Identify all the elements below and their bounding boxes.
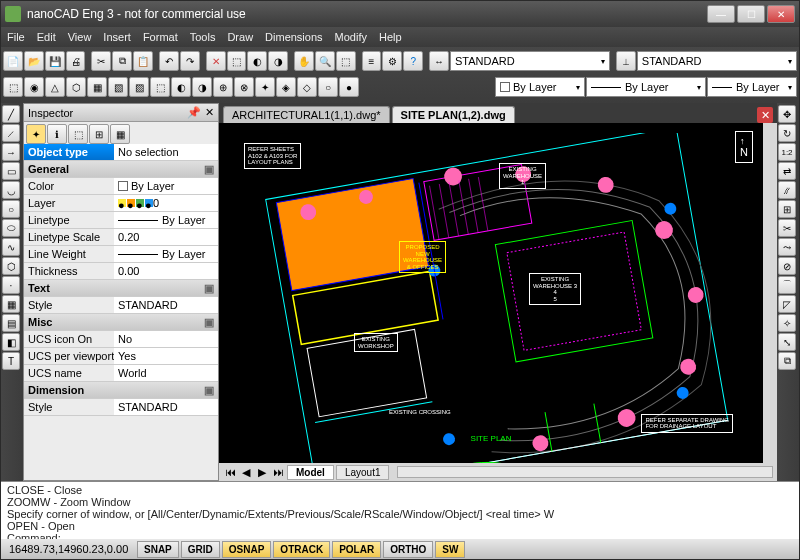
open-icon[interactable]: 📂 <box>24 51 44 71</box>
status-grid-button[interactable]: GRID <box>181 541 220 558</box>
zoom-icon[interactable]: 🔍 <box>315 51 335 71</box>
tool-icon[interactable]: ◈ <box>276 77 296 97</box>
tool-icon[interactable]: ◐ <box>247 51 267 71</box>
property-row[interactable]: StyleSTANDARD <box>24 297 218 314</box>
scale-icon[interactable]: 1:2 <box>778 143 796 161</box>
menu-draw[interactable]: Draw <box>227 31 253 43</box>
tool-icon[interactable]: ◑ <box>192 77 212 97</box>
layers-icon[interactable]: ≡ <box>362 51 382 71</box>
pan-icon[interactable]: ✋ <box>294 51 314 71</box>
tool-icon[interactable]: ⬡ <box>66 77 86 97</box>
minimize-button[interactable]: — <box>707 5 735 23</box>
drawing-canvas[interactable]: ↑N REFER SHEETS A102 & A103 FOR LAYOUT P… <box>219 123 763 463</box>
new-icon[interactable]: 📄 <box>3 51 23 71</box>
pin-icon[interactable]: 📌 <box>187 106 201 119</box>
fillet-icon[interactable]: ⌒ <box>778 276 796 294</box>
line-icon[interactable]: ╱ <box>2 105 20 123</box>
trim-icon[interactable]: ✂ <box>778 219 796 237</box>
text-style-combo[interactable]: STANDARD▾ <box>450 51 610 71</box>
tab-close-icon[interactable]: ✕ <box>757 107 773 123</box>
tab-next-icon[interactable]: ▶ <box>255 466 269 479</box>
property-row[interactable]: LinetypeBy Layer <box>24 212 218 229</box>
block-icon[interactable]: ◧ <box>2 333 20 351</box>
save-icon[interactable]: 💾 <box>45 51 65 71</box>
break-icon[interactable]: ⊘ <box>778 257 796 275</box>
tool-icon[interactable]: ⬚ <box>227 51 247 71</box>
tool-icon[interactable]: ▨ <box>129 77 149 97</box>
hatch-icon[interactable]: ▦ <box>2 295 20 313</box>
status-sw-button[interactable]: SW <box>435 541 465 558</box>
redo-icon[interactable]: ↷ <box>180 51 200 71</box>
status-polar-button[interactable]: POLAR <box>332 541 381 558</box>
explode-icon[interactable]: ✧ <box>778 314 796 332</box>
horizontal-scrollbar[interactable] <box>397 466 773 478</box>
tool-icon[interactable]: ⊗ <box>234 77 254 97</box>
inspector-section[interactable]: General▣ <box>24 161 218 178</box>
mirror-icon[interactable]: ⇄ <box>778 162 796 180</box>
tab-prev-icon[interactable]: ◀ <box>239 466 253 479</box>
tool-icon[interactable]: ▦ <box>87 77 107 97</box>
command-prompt[interactable]: Command: <box>7 532 793 539</box>
arc-icon[interactable]: ◡ <box>2 181 20 199</box>
lineweight-combo[interactable]: By Layer▾ <box>707 77 797 97</box>
copy-obj-icon[interactable]: ⧉ <box>778 352 796 370</box>
array-icon[interactable]: ⊞ <box>778 200 796 218</box>
stretch-icon[interactable]: ⤡ <box>778 333 796 351</box>
undo-icon[interactable]: ↶ <box>159 51 179 71</box>
property-row[interactable]: Line WeightBy Layer <box>24 246 218 263</box>
inspector-close-icon[interactable]: ✕ <box>205 106 214 119</box>
tab-last-icon[interactable]: ⏭ <box>271 466 285 478</box>
point-icon[interactable]: · <box>2 276 20 294</box>
tool-icon[interactable]: ◉ <box>24 77 44 97</box>
property-row[interactable]: Linetype Scale0.20 <box>24 229 218 246</box>
move-icon[interactable]: ✥ <box>778 105 796 123</box>
cut-icon[interactable]: ✂ <box>91 51 111 71</box>
spline-icon[interactable]: ∿ <box>2 238 20 256</box>
model-tab[interactable]: Model <box>287 465 334 480</box>
status-snap-button[interactable]: SNAP <box>137 541 179 558</box>
inspector-section[interactable]: Text▣ <box>24 280 218 297</box>
zoom-window-icon[interactable]: ⬚ <box>336 51 356 71</box>
rotate-icon[interactable]: ↻ <box>778 124 796 142</box>
tool-icon[interactable]: △ <box>45 77 65 97</box>
print-icon[interactable]: 🖨 <box>66 51 86 71</box>
tool-icon[interactable]: ◐ <box>171 77 191 97</box>
tool-icon[interactable]: ○ <box>318 77 338 97</box>
properties-icon[interactable]: ⚙ <box>382 51 402 71</box>
rect-icon[interactable]: ▭ <box>2 162 20 180</box>
ray-icon[interactable]: → <box>2 143 20 161</box>
copy-icon[interactable]: ⧉ <box>112 51 132 71</box>
menu-file[interactable]: File <box>7 31 25 43</box>
text-icon[interactable]: T <box>2 352 20 370</box>
circle-icon[interactable]: ○ <box>2 200 20 218</box>
layout1-tab[interactable]: Layout1 <box>336 465 390 480</box>
chamfer-icon[interactable]: ◸ <box>778 295 796 313</box>
menu-edit[interactable]: Edit <box>37 31 56 43</box>
tool-icon[interactable]: ⬚ <box>150 77 170 97</box>
vertical-scrollbar[interactable] <box>763 123 777 463</box>
tool-icon[interactable]: ⬚ <box>3 77 23 97</box>
menu-dimensions[interactable]: Dimensions <box>265 31 322 43</box>
region-icon[interactable]: ▤ <box>2 314 20 332</box>
property-row[interactable]: Thickness0.00 <box>24 263 218 280</box>
help-icon[interactable]: ? <box>403 51 423 71</box>
tool-icon[interactable]: ◇ <box>297 77 317 97</box>
dim-icon[interactable]: ↔ <box>429 51 449 71</box>
property-row[interactable]: UCS per viewportYes <box>24 348 218 365</box>
paste-icon[interactable]: 📋 <box>133 51 153 71</box>
menu-insert[interactable]: Insert <box>103 31 131 43</box>
inspector-section[interactable]: Misc▣ <box>24 314 218 331</box>
tool-icon[interactable]: ◑ <box>268 51 288 71</box>
inspector-tab-icon[interactable]: ℹ <box>47 124 67 144</box>
maximize-button[interactable]: ☐ <box>737 5 765 23</box>
menu-tools[interactable]: Tools <box>190 31 216 43</box>
status-ortho-button[interactable]: ORTHO <box>383 541 433 558</box>
offset-icon[interactable]: ⫽ <box>778 181 796 199</box>
linetype-combo[interactable]: By Layer▾ <box>586 77 706 97</box>
polygon-icon[interactable]: ⬡ <box>2 257 20 275</box>
inspector-tab-icon[interactable]: ⬚ <box>68 124 88 144</box>
menu-format[interactable]: Format <box>143 31 178 43</box>
color-combo[interactable]: By Layer▾ <box>495 77 585 97</box>
property-row[interactable]: ColorBy Layer <box>24 178 218 195</box>
tab-first-icon[interactable]: ⏮ <box>223 466 237 478</box>
